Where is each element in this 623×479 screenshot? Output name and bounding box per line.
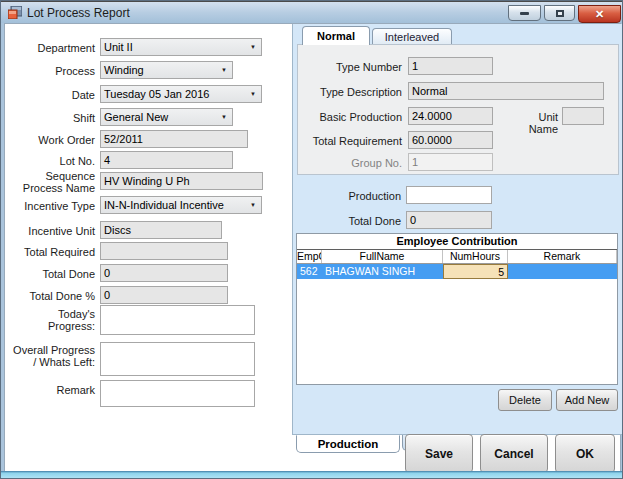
unit-name-field [562, 107, 604, 125]
lot-process-report-window: Lot Process Report ✕ Department Unit II … [0, 0, 623, 479]
date-combo[interactable]: Tuesday 05 Jan 2016 ▼ [100, 85, 262, 103]
incentive-type-label: Incentive Type [10, 200, 95, 212]
production-tab-page: Normal Interleaved Type Number 1 Type De… [292, 24, 622, 435]
chevron-down-icon: ▼ [217, 67, 229, 73]
total-requirement-label: Total Requirement [298, 135, 402, 147]
cell-fullname[interactable]: BHAGWAN SINGH [322, 264, 443, 279]
table-row[interactable]: 562 BHAGWAN SINGH 5 [297, 264, 617, 279]
work-order-field: 52/2011 [100, 130, 248, 148]
process-value: Winding [104, 64, 144, 76]
department-label: Department [10, 42, 95, 54]
minimize-icon [520, 12, 529, 15]
tab-normal-label: Normal [317, 30, 355, 42]
shift-combo[interactable]: General New ▼ [100, 108, 233, 126]
overall-progress-textarea[interactable] [100, 342, 255, 376]
cell-remark[interactable] [508, 264, 617, 279]
total-required-label: Total Required [10, 246, 95, 258]
production-label: Production [301, 190, 401, 202]
incentive-unit-field: Discs [100, 221, 222, 239]
tab-interleaved[interactable]: Interleaved [372, 28, 452, 45]
incentive-type-value: IN-N-Individual Incentive [104, 199, 224, 211]
type-description-field: Normal [408, 82, 604, 100]
total-requirement-field: 60.0000 [408, 131, 493, 149]
remark-textarea[interactable] [100, 380, 255, 407]
col-header-empc[interactable]: EmpC [297, 250, 322, 263]
production-input[interactable] [406, 186, 492, 204]
shift-label: Shift [10, 112, 95, 124]
lot-no-field: 4 [100, 151, 233, 169]
client-area: Department Unit II ▼ Process Winding ▼ D… [4, 23, 621, 473]
cancel-button[interactable]: Cancel [480, 434, 548, 473]
close-button[interactable]: ✕ [578, 5, 621, 23]
type-number-label: Type Number [298, 61, 402, 73]
todays-progress-textarea[interactable] [100, 305, 255, 335]
ok-button-label: OK [576, 447, 594, 461]
app-icon [8, 6, 22, 19]
delete-button[interactable]: Delete [498, 389, 552, 411]
cancel-button-label: Cancel [494, 447, 533, 461]
maximize-icon [556, 10, 564, 17]
maximize-button[interactable] [544, 5, 575, 21]
add-new-button-label: Add New [565, 394, 610, 406]
group-no-field: 1 [408, 153, 493, 171]
total-done-field: 0 [100, 264, 228, 282]
col-header-remark[interactable]: Remark [508, 250, 617, 263]
date-value: Tuesday 05 Jan 2016 [104, 88, 209, 100]
col-header-fullname[interactable]: FullName [322, 250, 443, 263]
tab-production-label: Production [318, 438, 379, 450]
incentive-unit-label: Incentive Unit [10, 225, 95, 237]
cell-numhours[interactable]: 5 [443, 264, 508, 279]
unit-name-label: Unit Name [508, 111, 558, 135]
col-header-numhours[interactable]: NumHours [443, 250, 508, 263]
employee-contribution-title: Employee Contribution [297, 234, 617, 250]
lot-no-label: Lot No. [10, 155, 95, 167]
add-new-button[interactable]: Add New [556, 389, 618, 411]
delete-button-label: Delete [509, 394, 541, 406]
total-done-pct-label: Total Done % [10, 290, 95, 302]
chevron-down-icon: ▼ [217, 114, 229, 120]
overall-progress-label: Overall Progress / Whats Left: [10, 344, 95, 368]
remark-label: Remark [10, 384, 95, 396]
chevron-down-icon: ▼ [246, 44, 258, 50]
basic-production-label: Basic Production [298, 111, 402, 123]
department-combo[interactable]: Unit II ▼ [100, 38, 262, 56]
cell-empc[interactable]: 562 [297, 264, 322, 279]
employee-contribution-group: Employee Contribution EmpC FullName NumH… [296, 233, 618, 385]
employee-table-header: EmpC FullName NumHours Remark [297, 250, 617, 264]
chevron-down-icon: ▼ [246, 202, 258, 208]
incentive-type-combo[interactable]: IN-N-Individual Incentive ▼ [100, 196, 262, 214]
title-bar[interactable]: Lot Process Report ✕ [1, 1, 622, 23]
save-button-label: Save [425, 447, 453, 461]
total-required-field [100, 242, 228, 260]
tab-interleaved-label: Interleaved [385, 31, 439, 43]
production-total-done-label: Total Done [301, 215, 401, 227]
tab-production[interactable]: Production [296, 435, 400, 453]
department-value: Unit II [104, 41, 133, 53]
date-label: Date [10, 89, 95, 101]
sequence-process-name-label: Sequence Process Name [10, 170, 95, 194]
total-done-label: Total Done [10, 268, 95, 280]
ok-button[interactable]: OK [555, 434, 615, 473]
window-title: Lot Process Report [27, 6, 130, 20]
process-combo[interactable]: Winding ▼ [100, 61, 233, 79]
sequence-process-name-field: HV Winding U Ph [100, 172, 263, 190]
type-number-field: 1 [408, 57, 493, 75]
minimize-button[interactable] [508, 5, 541, 21]
group-no-label: Group No. [298, 157, 402, 169]
shift-value: General New [104, 111, 168, 123]
save-button[interactable]: Save [405, 434, 473, 473]
total-done-pct-field: 0 [100, 286, 228, 304]
todays-progress-label: Today's Progress: [10, 308, 95, 332]
normal-tab-page: Type Number 1 Type Description Normal Ba… [297, 44, 619, 175]
tab-normal[interactable]: Normal [302, 26, 370, 45]
process-label: Process [10, 65, 95, 77]
chevron-down-icon: ▼ [246, 91, 258, 97]
basic-production-field: 24.0000 [408, 107, 493, 125]
window-bottom-frame [1, 471, 622, 478]
type-description-label: Type Description [298, 86, 402, 98]
close-icon: ✕ [595, 9, 604, 20]
production-total-done-field: 0 [406, 211, 492, 229]
work-order-label: Work Order [10, 134, 95, 146]
